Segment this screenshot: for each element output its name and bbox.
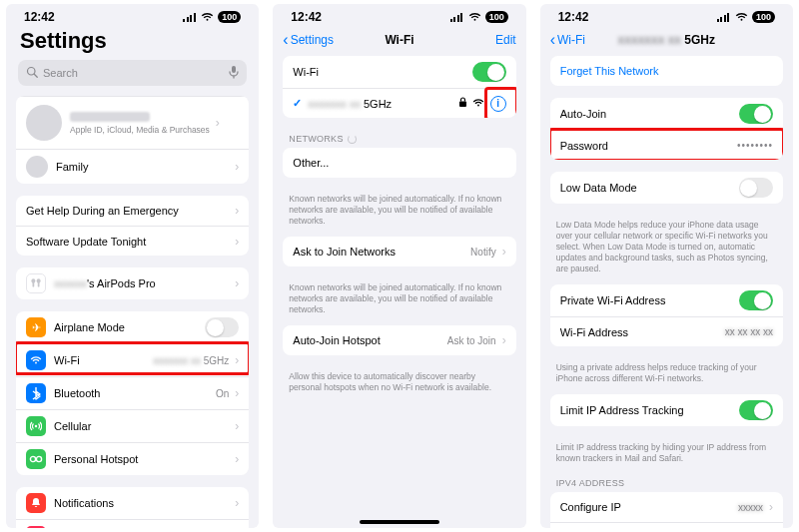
private-address-toggle[interactable] — [739, 290, 773, 310]
info-icon[interactable]: i — [490, 96, 506, 112]
chevron-left-icon: ‹ — [550, 32, 555, 48]
search-icon — [26, 66, 38, 80]
svg-rect-2 — [232, 66, 236, 73]
ip-address-row[interactable]: IP Address xxx xxx — [550, 522, 783, 528]
cellular-signal-icon — [450, 12, 464, 22]
chevron-right-icon: › — [235, 353, 239, 367]
forget-network-row[interactable]: Forget This Network — [550, 56, 783, 86]
family-row[interactable]: Family › — [16, 149, 249, 184]
hotspot-icon — [26, 449, 46, 469]
password-row[interactable]: Password •••••••• — [550, 130, 783, 160]
battery-icon: 100 — [218, 11, 241, 24]
low-data-toggle[interactable] — [739, 178, 773, 198]
checkmark-icon: ✓ — [293, 97, 302, 110]
wifi-signal-icon — [735, 12, 748, 22]
wifi-list-screen: 12:42 100 ‹ Settings Wi-Fi Edit Wi-Fi ✓ … — [273, 4, 525, 528]
svg-rect-6 — [38, 281, 40, 286]
chevron-right-icon: › — [235, 386, 239, 400]
cellular-icon — [26, 416, 46, 436]
status-bar: 12:42 100 — [540, 4, 793, 26]
chevron-right-icon: › — [235, 452, 239, 466]
page-title: Settings — [6, 26, 259, 60]
hotspot-row[interactable]: Personal Hotspot › — [16, 442, 249, 475]
bell-icon — [26, 493, 46, 513]
home-indicator[interactable] — [360, 520, 439, 524]
auto-hotspot-caption: Allow this device to automatically disco… — [273, 367, 525, 403]
bluetooth-icon — [26, 383, 46, 403]
chevron-right-icon: › — [235, 204, 239, 218]
networks-header: NETWORKS — [273, 130, 525, 148]
emergency-help-row[interactable]: Get Help During an Emergency › — [16, 196, 249, 226]
battery-icon: 100 — [752, 11, 775, 24]
airplane-icon: ✈ — [26, 317, 46, 337]
private-caption: Using a private address helps reduce tra… — [540, 358, 793, 394]
status-bar: 12:42 100 — [6, 4, 259, 26]
svg-point-7 — [35, 425, 37, 427]
chevron-right-icon: › — [235, 496, 239, 510]
airplane-mode-row[interactable]: ✈ Airplane Mode — [16, 311, 249, 343]
chevron-right-icon: › — [235, 235, 239, 249]
ask-join-caption: Known networks will be joined automatica… — [273, 278, 525, 325]
other-network-row[interactable]: Other... — [283, 148, 515, 178]
family-label: Family — [56, 161, 88, 173]
wifi-signal-icon — [472, 98, 484, 110]
lock-icon — [458, 97, 467, 110]
svg-point-9 — [36, 456, 41, 461]
limit-ip-toggle[interactable] — [739, 400, 773, 420]
spinner-icon — [348, 135, 357, 144]
mic-icon[interactable] — [229, 65, 239, 81]
avatar — [26, 105, 62, 141]
back-button[interactable]: ‹ Settings — [283, 32, 334, 48]
cellular-signal-icon — [717, 12, 731, 22]
wifi-toggle-row[interactable]: Wi-Fi — [283, 56, 515, 88]
wifi-address-row[interactable]: Wi-Fi Address xx xx xx xx — [550, 316, 783, 346]
airplane-toggle[interactable] — [205, 317, 239, 337]
chevron-right-icon: › — [235, 160, 239, 174]
configure-ip-row[interactable]: Configure IP xxxxx› — [550, 492, 783, 522]
apple-id-name — [70, 112, 150, 122]
wifi-row[interactable]: Wi-Fi xxxxxxx xx 5GHz › — [16, 343, 249, 376]
apple-id-caption: Apple ID, iCloud, Media & Purchases — [70, 125, 210, 135]
wifi-toggle[interactable] — [472, 62, 506, 82]
status-time: 12:42 — [24, 10, 55, 24]
battery-icon: 100 — [485, 11, 508, 24]
svg-rect-4 — [33, 281, 35, 286]
search-input[interactable]: Search — [18, 60, 247, 86]
chevron-right-icon: › — [769, 500, 773, 514]
status-time: 12:42 — [558, 10, 589, 24]
svg-point-8 — [30, 456, 35, 461]
bluetooth-row[interactable]: Bluetooth On › — [16, 376, 249, 409]
ipv4-header: IPV4 ADDRESS — [540, 474, 793, 492]
wifi-detail-screen: 12:42 100 ‹ Wi-Fi xxxxxxx xx 5GHz Forget… — [540, 4, 793, 528]
svg-rect-10 — [459, 102, 466, 108]
search-placeholder: Search — [43, 67, 78, 79]
status-time: 12:42 — [291, 10, 322, 24]
airpods-icon — [26, 273, 46, 293]
sounds-row[interactable]: Sounds & Haptics › — [16, 519, 249, 528]
cellular-row[interactable]: Cellular › — [16, 409, 249, 442]
chevron-right-icon: › — [235, 276, 239, 290]
limit-ip-row[interactable]: Limit IP Address Tracking — [550, 394, 783, 426]
chevron-right-icon: › — [502, 245, 506, 259]
back-button[interactable]: ‹ Wi-Fi — [550, 32, 585, 48]
edit-button[interactable]: Edit — [495, 33, 516, 47]
auto-hotspot-row[interactable]: Auto-Join Hotspot Ask to Join › — [283, 325, 515, 355]
private-address-row[interactable]: Private Wi-Fi Address — [550, 284, 783, 316]
software-update-row[interactable]: Software Update Tonight › — [16, 226, 249, 256]
low-data-caption: Low Data Mode helps reduce your iPhone d… — [540, 216, 793, 284]
cellular-signal-icon — [183, 12, 197, 22]
svg-line-1 — [34, 74, 37, 77]
auto-join-row[interactable]: Auto-Join — [550, 98, 783, 130]
family-icon — [26, 156, 48, 178]
low-data-row[interactable]: Low Data Mode — [550, 172, 783, 204]
apple-id-row[interactable]: Apple ID, iCloud, Media & Purchases › — [16, 96, 249, 149]
current-network-row[interactable]: ✓ xxxxxxx xx 5GHz i — [283, 88, 515, 118]
airpods-row[interactable]: xxxxxx's AirPods Pro › — [16, 267, 249, 299]
auto-join-toggle[interactable] — [739, 104, 773, 124]
ask-join-row[interactable]: Ask to Join Networks Notify › — [283, 237, 515, 266]
notifications-row[interactable]: Notifications › — [16, 487, 249, 519]
status-bar: 12:42 100 — [273, 4, 525, 26]
settings-screen: 12:42 100 Settings Search Apple ID, — [6, 4, 259, 528]
networks-caption: Known networks will be joined automatica… — [273, 190, 525, 237]
chevron-right-icon: › — [502, 333, 506, 347]
